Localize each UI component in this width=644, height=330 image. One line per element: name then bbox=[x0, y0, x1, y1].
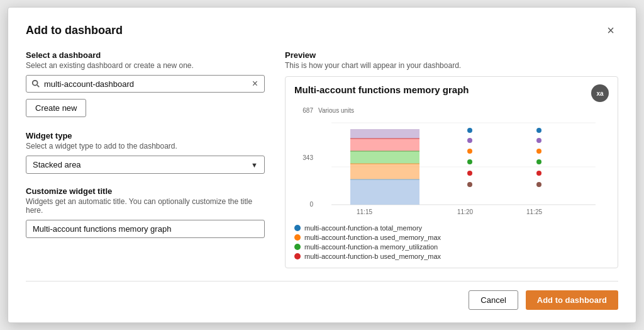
legend-item-0: multi-account-function-a total_memory bbox=[294, 224, 609, 232]
dashboard-section-hint: Select an existing dashboard or create a… bbox=[26, 61, 265, 70]
svg-rect-6 bbox=[350, 164, 419, 179]
left-panel: Select a dashboard Select an existing da… bbox=[26, 50, 265, 268]
chart-title: Multi-account functions memory graph bbox=[294, 84, 469, 95]
svg-rect-8 bbox=[350, 139, 419, 151]
units-label: Various units bbox=[318, 107, 609, 114]
widget-type-dropdown[interactable]: Stacked area ▼ bbox=[26, 156, 265, 174]
customize-hint: Widgets get an automatic title. You can … bbox=[26, 197, 265, 215]
modal-body: Select a dashboard Select an existing da… bbox=[26, 50, 618, 268]
svg-point-24 bbox=[536, 171, 541, 176]
legend-item-2: multi-account-function-a memory_utilizat… bbox=[294, 243, 609, 251]
svg-rect-9 bbox=[350, 129, 419, 139]
dashboard-search-input[interactable] bbox=[44, 79, 251, 89]
legend-dot-0 bbox=[294, 225, 301, 231]
legend-dot-3 bbox=[294, 253, 301, 259]
chart-area: 687 343 0 Various units bbox=[294, 107, 609, 219]
svg-point-23 bbox=[536, 159, 541, 164]
avatar: xa bbox=[591, 84, 609, 102]
customize-section: Customize widget title Widgets get an au… bbox=[26, 186, 265, 238]
widget-type-value: Stacked area bbox=[33, 160, 251, 169]
y-label-top: 687 bbox=[294, 107, 313, 114]
svg-point-17 bbox=[467, 159, 472, 164]
preview-card: Multi-account functions memory graph xa … bbox=[285, 76, 618, 268]
legend-dot-1 bbox=[294, 234, 301, 241]
customize-label: Customize widget title bbox=[26, 186, 265, 196]
chart-main: Various units bbox=[318, 107, 609, 219]
clear-search-button[interactable]: × bbox=[251, 79, 259, 89]
svg-point-14 bbox=[467, 128, 472, 133]
svg-point-0 bbox=[33, 81, 38, 86]
legend-label-0: multi-account-function-a total_memory bbox=[304, 224, 422, 232]
y-axis: 687 343 0 bbox=[294, 107, 313, 219]
svg-point-15 bbox=[467, 138, 472, 143]
svg-text:11:15: 11:15 bbox=[357, 208, 372, 215]
svg-point-21 bbox=[536, 138, 541, 143]
legend-item-1: multi-account-function-a used_memory_max bbox=[294, 234, 609, 241]
legend-label-1: multi-account-function-a used_memory_max bbox=[304, 234, 441, 241]
widget-type-label: Widget type bbox=[26, 131, 265, 140]
svg-line-1 bbox=[37, 85, 39, 87]
preview-card-header: Multi-account functions memory graph xa bbox=[294, 84, 609, 102]
add-to-dashboard-button[interactable]: Add to dashboard bbox=[526, 290, 618, 310]
svg-rect-5 bbox=[350, 179, 419, 205]
create-new-button[interactable]: Create new bbox=[26, 99, 86, 117]
svg-point-20 bbox=[536, 128, 541, 133]
y-label-mid: 343 bbox=[294, 154, 313, 161]
legend-label-2: multi-account-function-a memory_utilizat… bbox=[304, 243, 438, 251]
modal: Add to dashboard × Select a dashboard Se… bbox=[8, 7, 636, 323]
cancel-button[interactable]: Cancel bbox=[469, 290, 518, 310]
preview-label: Preview bbox=[285, 50, 618, 60]
widget-type-section: Widget type Select a widget type to add … bbox=[26, 131, 265, 174]
svg-point-18 bbox=[467, 171, 472, 176]
y-label-bottom: 0 bbox=[294, 201, 313, 208]
modal-header: Add to dashboard × bbox=[26, 23, 618, 38]
chart-svg: 11:15 11:20 11:25 bbox=[318, 117, 609, 219]
modal-footer: Cancel Add to dashboard bbox=[26, 281, 618, 310]
svg-point-16 bbox=[467, 149, 472, 154]
svg-rect-7 bbox=[350, 151, 419, 164]
search-icon bbox=[31, 79, 40, 88]
chevron-down-icon: ▼ bbox=[251, 161, 258, 169]
close-button[interactable]: × bbox=[603, 23, 618, 38]
legend-item-3: multi-account-function-b used_memory_max bbox=[294, 253, 609, 260]
svg-point-19 bbox=[467, 182, 472, 187]
preview-hint: This is how your chart will appear in yo… bbox=[285, 61, 618, 70]
search-wrapper: × bbox=[26, 75, 265, 93]
dashboard-section-label: Select a dashboard bbox=[26, 50, 265, 60]
modal-title: Add to dashboard bbox=[26, 24, 123, 37]
svg-text:11:25: 11:25 bbox=[526, 208, 542, 215]
svg-point-25 bbox=[536, 182, 541, 187]
right-panel: Preview This is how your chart will appe… bbox=[285, 50, 618, 268]
svg-point-22 bbox=[536, 149, 541, 154]
svg-text:11:20: 11:20 bbox=[457, 208, 473, 215]
title-input[interactable] bbox=[26, 220, 265, 238]
widget-type-hint: Select a widget type to add to the dashb… bbox=[26, 142, 265, 151]
legend-label-3: multi-account-function-b used_memory_max bbox=[304, 253, 441, 260]
legend-area: multi-account-function-a total_memory mu… bbox=[294, 224, 609, 260]
legend-dot-2 bbox=[294, 244, 301, 250]
